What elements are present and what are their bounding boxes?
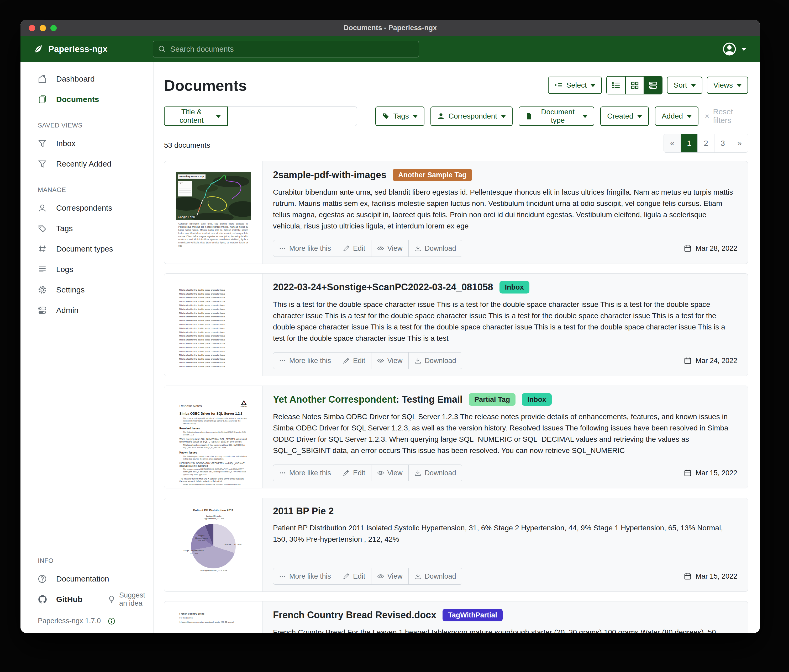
view-button[interactable]: View	[371, 352, 409, 369]
sidebar-item-documentation[interactable]: Documentation	[21, 568, 153, 589]
sidebar-item-label: Logs	[56, 265, 73, 274]
sidebar-item-documents[interactable]: Documents	[21, 89, 153, 110]
info-header: INFO	[21, 557, 153, 568]
chevron-down-icon	[691, 84, 696, 87]
view-mode-list-button[interactable]	[607, 76, 625, 94]
search-input[interactable]	[170, 45, 414, 54]
x-icon: ×	[705, 112, 709, 121]
document-thumbnail[interactable]: Patient BP Distribution 2011 Isolated Sy…	[164, 498, 262, 591]
document-title[interactable]: Yet Another Correspondent: Testing Email	[273, 394, 463, 405]
document-excerpt: Curabitur bibendum ante urna, sed blandi…	[273, 186, 737, 232]
tag-badge[interactable]: Partial Tag	[469, 393, 516, 406]
eye-icon	[377, 573, 384, 580]
view-mode-grid-button[interactable]	[625, 76, 644, 94]
correspondent-filter-button[interactable]: Correspondent	[430, 107, 513, 126]
view-mode-details-button[interactable]	[644, 76, 662, 94]
zoom-window-button[interactable]	[50, 25, 57, 31]
document-title[interactable]: French Country Bread Revised.docx	[273, 609, 436, 621]
minimize-window-button[interactable]	[40, 25, 46, 31]
document-date: Mar 15, 2022	[684, 469, 737, 477]
download-button[interactable]: Download	[409, 568, 462, 584]
document-correspondent[interactable]: Yet Another Correspondent	[273, 394, 396, 405]
document-type-filter-button[interactable]: Document type	[519, 107, 594, 126]
more-like-this-button[interactable]: More like this	[273, 240, 337, 256]
added-filter-label: Added	[662, 112, 683, 120]
tag-badge[interactable]: TagWithPartial	[442, 609, 503, 621]
more-like-this-button[interactable]: More like this	[273, 465, 337, 481]
document-thumbnail[interactable]: This is a test for the double space char…	[164, 274, 262, 376]
search-field-dropdown-button[interactable]: Title & content	[164, 107, 228, 126]
sidebar-item-label: Documentation	[56, 575, 109, 583]
tag-badge[interactable]: Inbox	[522, 393, 552, 406]
tag-fill-icon	[382, 113, 390, 120]
github-link[interactable]: GitHub	[56, 595, 82, 604]
view-button[interactable]: View	[371, 465, 409, 481]
brand[interactable]: Paperless-ngx	[33, 44, 108, 54]
edit-button[interactable]: Edit	[337, 240, 371, 256]
document-thumbnail[interactable]: Release Notes Simba Simba ODBC Driver fo…	[164, 386, 262, 488]
funnel-icon	[38, 159, 47, 169]
tag-badge[interactable]: Another Sample Tag	[393, 169, 472, 181]
document-title[interactable]: 2sample-pdf-with-images	[273, 169, 387, 181]
person-icon	[38, 204, 47, 212]
more-like-this-button[interactable]: More like this	[273, 352, 337, 369]
select-dropdown-button[interactable]: Select	[548, 76, 602, 94]
pagination-prev[interactable]: «	[664, 134, 680, 152]
view-button[interactable]: View	[371, 240, 409, 256]
hash-icon	[38, 244, 47, 253]
global-search[interactable]	[153, 41, 419, 57]
document-title[interactable]: 2022-03-24+Sonstige+ScanPC2022-03-24_081…	[273, 282, 493, 293]
view-button[interactable]: View	[371, 568, 409, 584]
views-dropdown-button[interactable]: Views	[707, 76, 748, 94]
pencil-icon	[343, 573, 350, 580]
documents-toolbar: Select S	[548, 76, 748, 94]
sort-dropdown-button[interactable]: Sort	[667, 76, 702, 94]
sidebar-item-inbox[interactable]: Inbox	[21, 133, 153, 154]
sidebar-item-admin[interactable]: Admin	[21, 300, 153, 320]
user-menu[interactable]	[723, 42, 746, 56]
sidebar-item-tags[interactable]: Tags	[21, 218, 153, 239]
created-filter-button[interactable]: Created	[600, 107, 649, 126]
calendar-icon	[684, 469, 692, 477]
reset-filters-button[interactable]: × Reset filters	[705, 108, 748, 125]
download-button[interactable]: Download	[409, 352, 462, 369]
sidebar-item-logs[interactable]: Logs	[21, 259, 153, 280]
chevron-down-icon	[591, 84, 595, 87]
sidebar-item-correspondents[interactable]: Correspondents	[21, 198, 153, 218]
person-fill-icon	[437, 113, 445, 120]
sidebar-item-label: Document types	[56, 244, 113, 253]
thumb-map-title: Boundary Waters Trip	[178, 174, 206, 178]
filter-query-input[interactable]	[228, 107, 357, 126]
sidebar-item-settings[interactable]: Settings	[21, 280, 153, 300]
lightbulb-icon	[108, 596, 115, 603]
suggest-idea-link[interactable]: Suggest an idea	[108, 591, 153, 607]
calendar-icon	[684, 357, 692, 365]
search-icon	[158, 45, 166, 53]
pagination-page-2[interactable]: 2	[697, 134, 714, 152]
document-excerpt: This is a test for the double space char…	[273, 299, 737, 344]
sidebar-item-dashboard[interactable]: Dashboard	[21, 69, 153, 89]
edit-button[interactable]: Edit	[337, 352, 371, 369]
edit-button[interactable]: Edit	[337, 465, 371, 481]
edit-button[interactable]: Edit	[337, 568, 371, 584]
pagination-next[interactable]: »	[731, 134, 748, 152]
document-title[interactable]: 2011 BP Pie 2	[273, 505, 334, 517]
correspondent-filter-label: Correspondent	[449, 112, 497, 120]
sidebar-item-recently-added[interactable]: Recently Added	[21, 154, 153, 174]
sidebar: Dashboard Documents SAVED VIEWS Inbox Re…	[21, 62, 153, 633]
chevron-down-icon	[413, 115, 418, 118]
more-like-this-button[interactable]: More like this	[273, 568, 337, 584]
document-thumbnail[interactable]: French Country Bread For the Leaven 1 he…	[164, 602, 262, 633]
question-circle-icon	[38, 575, 47, 583]
info-circle-icon[interactable]	[108, 617, 115, 625]
pagination-page-1[interactable]: 1	[680, 134, 697, 152]
pagination-page-3[interactable]: 3	[714, 134, 731, 152]
sidebar-item-document-types[interactable]: Document types	[21, 239, 153, 259]
download-button[interactable]: Download	[409, 240, 462, 256]
added-filter-button[interactable]: Added	[655, 107, 698, 126]
download-button[interactable]: Download	[409, 465, 462, 481]
tag-badge[interactable]: Inbox	[500, 281, 529, 293]
close-window-button[interactable]	[29, 25, 35, 31]
tags-filter-button[interactable]: Tags	[375, 107, 425, 126]
document-thumbnail[interactable]: Boundary Waters Trip Legend Google Earth…	[164, 161, 262, 264]
